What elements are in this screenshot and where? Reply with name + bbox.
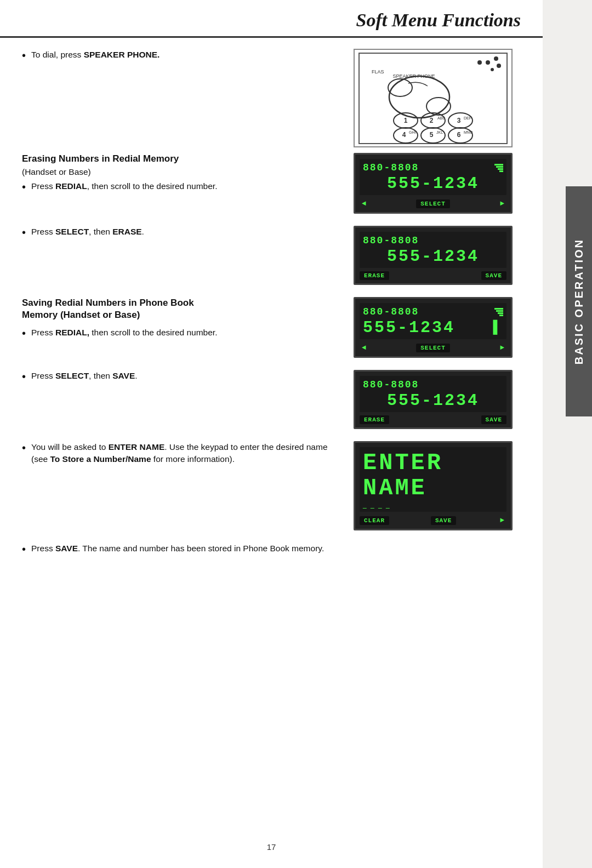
lcd3-top-line: 880-8808	[363, 306, 503, 317]
erasing-subheading: (Handset or Base)	[22, 167, 334, 177]
lcd4-top-text: 880-8808	[363, 379, 419, 390]
bullet-dot-4: •	[22, 327, 26, 340]
lcd4-screen-inner: 880-8808 555-1234	[360, 376, 506, 412]
lcd1-top-text: 880-8808	[363, 162, 419, 173]
phone-diagram-col: SPEAKER PHONE FLAS 1	[345, 49, 521, 147]
lcd-screen-4: 880-8808 555-1234 ERASE SAVE	[354, 370, 513, 429]
signal-bar-4	[499, 170, 503, 172]
saving-step4-left: • Press SAVE. The name and number has be…	[22, 542, 345, 559]
saving-step2-row: • Press SELECT, then SAVE. 880-8808 555-…	[22, 370, 521, 429]
speaker-phone-bullet: • To dial, press SPEAKER PHONE.	[22, 49, 334, 62]
lcd4-left-key: ERASE	[360, 415, 389, 424]
lcd2-top-text: 880-8808	[363, 235, 419, 246]
lcd3-left-key: ◄	[360, 342, 368, 353]
page-number: 17	[0, 837, 543, 857]
page-content: Soft Menu Functions • To dial, press SPE…	[0, 0, 543, 868]
lcd2-number: 555-1234	[363, 247, 503, 266]
svg-text:3: 3	[457, 117, 461, 124]
saving-step3: • You will be asked to ENTER NAME. Use t…	[22, 441, 334, 466]
lcd2-softkeys: ERASE SAVE	[360, 270, 506, 280]
bullet-dot-6: •	[22, 441, 26, 454]
lcd3-top-text: 880-8808	[363, 306, 419, 317]
svg-point-10	[491, 68, 494, 71]
signal-bar-3	[498, 168, 503, 170]
svg-text:4: 4	[402, 131, 406, 139]
saving-step2: • Press SELECT, then SAVE.	[22, 370, 334, 383]
lcd5-enter-name: ENTER NAME	[363, 450, 503, 501]
spacer-2	[22, 290, 521, 297]
saving-heading: Saving Redial Numbers in Phone BookMemor…	[22, 297, 334, 321]
lcd3-signal	[494, 308, 503, 316]
lcd4-col: 880-8808 555-1234 ERASE SAVE	[345, 370, 521, 429]
page-title: Soft Menu Functions	[22, 10, 521, 31]
lcd1-number: 555-1234	[363, 174, 503, 193]
lcd3-softkeys: ◄ SELECT ►	[360, 341, 506, 353]
speaker-phone-row: • To dial, press SPEAKER PHONE.	[22, 49, 521, 147]
bullet-dot-2: •	[22, 180, 26, 193]
lcd5-left-key: CLEAR	[360, 516, 389, 525]
saving-step2-left: • Press SELECT, then SAVE.	[22, 370, 345, 386]
lcd1-left-key: ◄	[360, 198, 368, 209]
svg-text:GHI: GHI	[409, 130, 416, 134]
saving-heading-left: Saving Redial Numbers in Phone BookMemor…	[22, 297, 345, 343]
svg-point-7	[486, 60, 490, 65]
main-content: • To dial, press SPEAKER PHONE.	[0, 38, 543, 575]
bullet-dot-7: •	[22, 542, 26, 556]
signal-bar-7	[498, 312, 503, 314]
lcd-screen-3: 880-8808 555-1234 ▌	[354, 297, 513, 358]
svg-text:1: 1	[404, 117, 408, 124]
spacer-3	[22, 363, 521, 370]
speaker-phone-text: To dial, press SPEAKER PHONE.	[31, 49, 334, 61]
lcd1-center-key: SELECT	[416, 199, 450, 208]
spacer-1	[22, 219, 521, 226]
lcd1-top-line: 880-8808	[363, 162, 503, 173]
saving-step3-text: You will be asked to ENTER NAME. Use the…	[31, 441, 334, 466]
svg-text:JKL: JKL	[436, 130, 443, 134]
svg-text:DEF: DEF	[464, 116, 471, 120]
phone-diagram: SPEAKER PHONE FLAS 1	[354, 49, 513, 147]
lcd4-right-key: SAVE	[481, 415, 506, 424]
lcd4-softkeys: ERASE SAVE	[360, 414, 506, 424]
svg-text:MNO: MNO	[464, 130, 473, 134]
signal-bar-2	[496, 166, 503, 168]
lcd-screen-2: 880-8808 555-1234 ERASE SAVE	[354, 226, 513, 285]
lcd5-right-key: ►	[498, 515, 506, 526]
spacer-5	[22, 536, 521, 542]
svg-text:2: 2	[430, 117, 434, 124]
svg-text:5: 5	[430, 131, 434, 139]
svg-text:6: 6	[457, 131, 461, 139]
erasing-step2-row: • Press SELECT, then ERASE. 880-8808 555…	[22, 226, 521, 285]
lcd3-center-key: SELECT	[416, 344, 450, 352]
lcd3-number: 555-1234 ▌	[363, 318, 503, 337]
svg-point-6	[477, 60, 482, 65]
speaker-phone-left: • To dial, press SPEAKER PHONE.	[22, 49, 345, 65]
svg-point-9	[497, 64, 501, 68]
erasing-step2-left: • Press SELECT, then ERASE.	[22, 226, 345, 242]
bullet-dot-5: •	[22, 370, 26, 383]
saving-step2-text: Press SELECT, then SAVE.	[31, 370, 334, 382]
lcd-screen-1: 880-8808 555-1234 ◄ SELECT	[354, 153, 513, 214]
bullet-dot-1: •	[22, 49, 26, 62]
erasing-heading: Erasing Numbers in Redial Memory	[22, 153, 334, 165]
svg-text:SPEAKER PHONE: SPEAKER PHONE	[392, 73, 435, 79]
lcd2-right-key: SAVE	[481, 271, 506, 280]
saving-step1: • Press REDIAL, then scroll to the desir…	[22, 327, 334, 340]
lcd2-left-key: ERASE	[360, 271, 389, 280]
signal-bar-1	[494, 164, 503, 165]
lcd3-right-key: ►	[498, 342, 506, 353]
lcd5-dots: _ _ _ _	[363, 501, 503, 509]
side-tab-label: BASIC OPERATION	[573, 238, 585, 364]
side-tab: BASIC OPERATION	[566, 186, 592, 416]
lcd2-col: 880-8808 555-1234 ERASE SAVE	[345, 226, 521, 285]
bullet-dot-3: •	[22, 226, 26, 239]
erasing-step2: • Press SELECT, then ERASE.	[22, 226, 334, 239]
saving-step1-text: Press REDIAL, then scroll to the desired…	[31, 327, 334, 339]
saving-step4-text: Press SAVE. The name and number has been…	[31, 542, 334, 555]
spacer-4	[22, 435, 521, 441]
saving-step4-row: • Press SAVE. The name and number has be…	[22, 542, 521, 559]
saving-heading-row: Saving Redial Numbers in Phone BookMemor…	[22, 297, 521, 358]
lcd3-number-text: 555-1234	[363, 318, 455, 337]
lcd2-top-line: 880-8808	[363, 235, 503, 246]
lcd3-cursor: ▌	[493, 319, 503, 336]
svg-point-8	[494, 56, 498, 61]
